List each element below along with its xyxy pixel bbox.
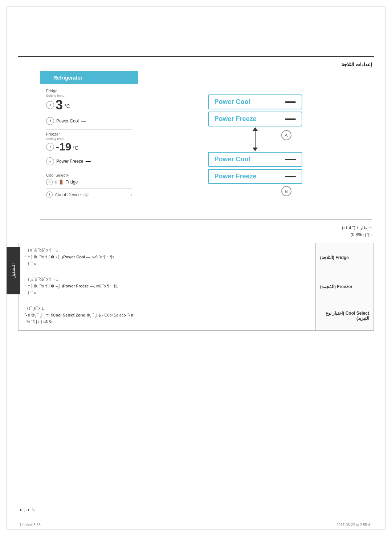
power-cool-icon: ·f xyxy=(46,117,54,125)
power-cool-row: ·f Power Cool — xyxy=(46,117,132,125)
table-label-fridge: Fridge (الثلاجة) xyxy=(315,243,373,272)
diagram-box-power-cool-top: Power Cool xyxy=(208,94,302,109)
sidebar-tab: التشغيل xyxy=(7,247,20,294)
top-line xyxy=(18,56,374,57)
power-freeze-icon: ·i xyxy=(46,157,54,165)
diagram-power-cool-top-label: Power Cool xyxy=(215,98,250,106)
arrow-down-icon xyxy=(253,148,258,151)
freezer-temp-unit: °C xyxy=(73,145,78,151)
diagram-bottom: Power Cool Power Freeze xyxy=(208,152,302,184)
phone-header-title: Refrigerator xyxy=(53,75,82,81)
diagram-power-freeze-bottom-dash xyxy=(285,176,296,177)
fridge-door-icon: 🚪 xyxy=(58,180,64,185)
diagram-box-power-freeze-bottom: Power Freeze xyxy=(208,169,302,184)
phone-body: Fridge Setting temp. ·1 3 °C ·f Power Co… xyxy=(40,84,138,219)
chevron-right-icon: › xyxy=(131,192,132,197)
bottom-date-info: 2017-06-22 ⊞ 2:55:41 xyxy=(336,523,372,527)
power-cool-dash: — xyxy=(81,118,86,124)
power-cool-label: Power Cool xyxy=(56,118,79,124)
phone-header: ← Refrigerator xyxy=(40,71,138,84)
fridge-temp-value: 3 xyxy=(56,97,63,113)
diagram-power-cool-bottom-label: Power Cool xyxy=(215,156,250,163)
diagram-power-freeze-bottom-label: Power Freeze xyxy=(215,173,257,180)
divider-1 xyxy=(46,129,132,130)
diagram-box-power-cool-bottom: Power Cool xyxy=(208,152,302,167)
table-label-cool-select: Cool Select (اختيار نوع التبريد) xyxy=(315,301,373,330)
about-device-label: About Device xyxy=(55,192,81,197)
table-section: . ,} q }$ ˝q$˝ x ¶ ~ ± ~ † } ❻, ˝/o † ( … xyxy=(18,243,374,331)
fridge-temp-icon: ·1 xyxy=(46,101,54,109)
footer-text: rr , n˝ f‡— xyxy=(20,507,40,512)
table-row-fridge: . ,} q }$ ˝q$˝ x ¶ ~ ± ~ † } ❻, ˝/o † ( … xyxy=(19,243,373,272)
sidebar-tab-label: التشغيل xyxy=(11,263,16,278)
freezer-setting-row: Freezer Setting temp. ·r -19 °C xyxy=(46,132,132,153)
table-content-freezer: . ,} ¸£ $ ˝q$˝ x ¶ ~ ± ~ † } ❻, ˝/o † ( … xyxy=(19,272,315,301)
bottom-page-info: Untitled-3 33 xyxy=(20,523,41,527)
freezer-temp-value: -19 xyxy=(56,141,71,153)
fridge-setting-row: Fridge Setting temp. ·1 3 °C xyxy=(46,89,132,113)
cool-select-section: Cool Select+ ·1 ·0 🚪 Fridge xyxy=(46,173,132,185)
info-circle-icon: i xyxy=(46,192,53,198)
cool-select-icon: ·1 xyxy=(46,179,53,185)
diagram-top: Power Cool Power Freeze xyxy=(208,94,302,126)
diagram-power-cool-top-dash xyxy=(285,101,296,103)
circle-label-b: B xyxy=(281,186,291,196)
power-freeze-dash: — xyxy=(86,158,91,164)
main-diagram-container: ← Refrigerator Fridge Setting temp. ·1 3… xyxy=(40,71,372,220)
diagram-arrow-area: A xyxy=(208,126,302,152)
cool-select-label: Cool Select+ xyxy=(46,173,132,177)
phone-panel: ← Refrigerator Fridge Setting temp. ·1 3… xyxy=(40,71,138,219)
section-note-line2: : ¶ (} %$ 0) xyxy=(342,231,372,238)
back-arrow-icon[interactable]: ← xyxy=(45,75,50,81)
table-content-cool-select: . } }˝ ¸k˝ x ± ˝• fi ❻¸ ˝ ¸} ¸ †› ¶Cool … xyxy=(19,301,315,330)
fridge-temp-row: ·1 3 °C xyxy=(46,97,132,113)
power-freeze-label: Power Freeze xyxy=(56,159,83,164)
about-left: i About Device ·v xyxy=(46,192,89,198)
table-outer: . ,} q }$ ˝q$˝ x ¶ ~ ± ~ † } ❻, ˝/o † ( … xyxy=(18,243,374,331)
diagram-power-freeze-top-label: Power Freeze xyxy=(215,115,257,123)
section-note: ~ إطار ١ (" t˝4 ‹) : ¶ (} %$ 0) xyxy=(342,225,372,238)
table-row-freezer: . ,} ¸£ $ ˝q$˝ x ¶ ~ ± ~ † } ❻, ˝/o † ( … xyxy=(19,272,373,301)
fridge-label: Fridge Setting temp. xyxy=(46,89,132,97)
fridge-icon-row: ·1 ·0 🚪 Fridge xyxy=(46,179,132,185)
arabic-title: إعدادات الثلاجة xyxy=(342,62,372,67)
fridge-temp-unit: °C xyxy=(64,103,70,109)
about-device-row[interactable]: i About Device ·v › xyxy=(46,188,132,201)
diagram-box-power-freeze-top: Power Freeze xyxy=(208,112,302,126)
circle-label-a: A xyxy=(281,130,291,140)
version-badge: ·v xyxy=(83,193,89,197)
arrow-vertical-line xyxy=(255,129,256,149)
divider-2 xyxy=(46,170,132,170)
arrow-up-icon xyxy=(253,127,258,131)
freezer-temp-row: ·r -19 °C xyxy=(46,141,132,153)
section-note-line1: ~ إطار ١ (" t˝4 ‹) xyxy=(342,225,372,231)
diagram-power-cool-bottom-dash xyxy=(285,159,296,160)
freezer-temp-icon: ·r xyxy=(46,143,54,151)
table-content-fridge: . ,} q }$ ˝q$˝ x ¶ ~ ± ~ † } ❻, ˝/o † ( … xyxy=(19,243,315,272)
footer-line xyxy=(18,505,374,505)
circle-label-b-container: B xyxy=(208,186,302,196)
diagram-panel: Power Cool Power Freeze A Power Cool xyxy=(138,71,372,219)
power-freeze-row: ·i Power Freeze — xyxy=(46,157,132,165)
freezer-label: Freezer Setting temp. xyxy=(46,132,132,141)
fridge-text: Fridge xyxy=(65,180,78,185)
table-label-freezer: Freezer (المُجمد) xyxy=(315,272,373,301)
diagram-power-freeze-top-dash xyxy=(285,118,296,120)
table-row-cool-select: . } }˝ ¸k˝ x ± ˝• fi ❻¸ ˝ ¸} ¸ †› ¶Cool … xyxy=(19,301,373,330)
